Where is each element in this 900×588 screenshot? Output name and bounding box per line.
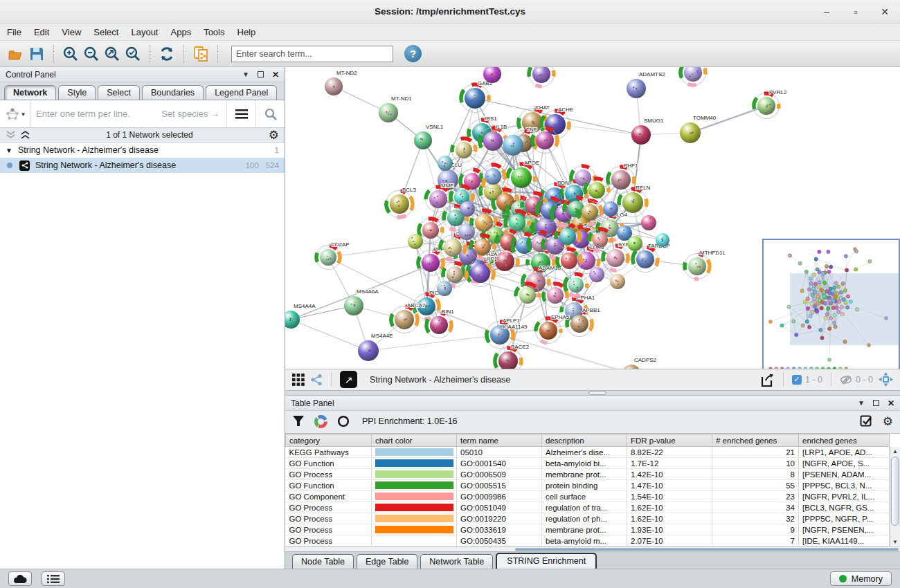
table-row[interactable]: GO ProcessGO:0050435beta-amyloid m...2.0… xyxy=(286,535,890,546)
network-node[interactable] xyxy=(603,201,618,217)
gear-icon[interactable]: ⚙ xyxy=(269,129,279,141)
network-node-mt-nd2[interactable]: MT-ND2 xyxy=(325,70,357,95)
network-node[interactable] xyxy=(438,156,453,171)
network-view[interactable]: MT-ND2MT-ND1VSNL1GAB2IRS1CHATACHETNFIL1B… xyxy=(285,67,900,369)
column-header-chart-color[interactable]: chart color xyxy=(372,434,457,447)
tab-style[interactable]: Style xyxy=(58,85,96,100)
cloud-tasks-button[interactable] xyxy=(8,571,32,586)
table-row[interactable]: GO FunctionGO:0001540beta-amyloid bi...1… xyxy=(286,458,890,469)
string-term-input[interactable] xyxy=(30,100,226,127)
ring-chart-icon[interactable] xyxy=(337,415,350,428)
menu-item-apps[interactable]: Apps xyxy=(171,27,192,37)
tab-string-enrichment[interactable]: STRING Enrichment xyxy=(496,553,597,569)
network-node[interactable] xyxy=(532,128,558,154)
network-node[interactable] xyxy=(460,201,475,217)
table-row[interactable]: GO ProcessGO:0019220regulation of ph...1… xyxy=(286,513,890,524)
refresh-button[interactable] xyxy=(156,44,177,64)
network-node-adamts2[interactable]: ADAMTS2 xyxy=(627,71,665,98)
column-header-category[interactable]: category xyxy=(286,434,372,447)
help-icon[interactable]: ? xyxy=(404,45,422,62)
vertical-scrollbar[interactable]: ▲ ▼ xyxy=(890,447,900,546)
network-node[interactable] xyxy=(641,215,656,230)
network-node[interactable] xyxy=(610,274,625,289)
network-node-syp[interactable]: SYP xyxy=(603,241,630,271)
network-collection-row[interactable]: ▼ String Network - Alzheimer's disease 1 xyxy=(0,143,285,158)
network-node[interactable] xyxy=(408,234,423,249)
export-network-icon[interactable] xyxy=(759,372,775,387)
tab-network[interactable]: Network xyxy=(4,85,56,100)
share-network-icon[interactable] xyxy=(310,374,323,386)
minimize-button[interactable]: – xyxy=(821,6,832,17)
column-header-FDR-p-value[interactable]: FDR p-value xyxy=(627,434,712,447)
maximize-button[interactable]: ▫ xyxy=(850,6,861,17)
menu-item-layout[interactable]: Layout xyxy=(131,27,158,37)
open-file-button[interactable] xyxy=(6,44,26,64)
network-node-mt-nd1[interactable]: MT-ND1 xyxy=(379,95,412,122)
panel-close-icon[interactable]: ✕ xyxy=(272,70,279,80)
horizontal-splitter[interactable] xyxy=(285,390,900,396)
panel-float-icon[interactable] xyxy=(873,400,879,406)
network-node[interactable] xyxy=(452,138,476,163)
network-node-bace2[interactable]: BACE2 xyxy=(495,344,530,369)
scroll-up-icon[interactable]: ▲ xyxy=(892,448,898,454)
table-row[interactable]: GO ProcessGO:0006509membrane prot...1.42… xyxy=(286,469,890,480)
table-row[interactable]: GO FunctionGO:0005515protein binding1.47… xyxy=(286,480,890,491)
network-node[interactable] xyxy=(589,267,604,282)
scroll-down-icon[interactable]: ▼ xyxy=(892,539,898,545)
task-history-button[interactable] xyxy=(42,571,65,586)
menu-item-file[interactable]: File xyxy=(7,27,21,37)
network-node[interactable] xyxy=(458,223,475,240)
select-terms-icon[interactable] xyxy=(860,415,873,428)
zoom-selected-button[interactable] xyxy=(123,44,143,64)
string-search-button[interactable] xyxy=(255,100,285,127)
birdseye-toggle-icon[interactable] xyxy=(292,374,305,386)
network-node-gab2[interactable]: GAB2 xyxy=(461,80,493,113)
panel-menu-caret-icon[interactable]: ▼ xyxy=(242,71,249,78)
network-node[interactable] xyxy=(529,67,555,87)
panel-float-icon[interactable] xyxy=(258,71,264,77)
memory-button[interactable]: Memory xyxy=(830,571,892,586)
string-protein-query-dropdown[interactable]: ▾ xyxy=(0,100,30,127)
column-header-enriched-genes[interactable]: enriched genes xyxy=(799,434,890,447)
table-row[interactable]: GO ComponentGO:0009986cell surface1.54E-… xyxy=(286,491,890,502)
column-header--enriched-genes[interactable]: # enriched genes xyxy=(712,434,799,447)
open-in-string-button[interactable]: ↗ xyxy=(340,371,357,388)
pan-compass-icon[interactable] xyxy=(879,372,893,387)
clone-network-button[interactable] xyxy=(190,44,211,64)
network-node[interactable] xyxy=(681,67,706,86)
network-node-vsnl1[interactable]: VSNL1 xyxy=(414,124,444,149)
zoom-out-button[interactable] xyxy=(81,44,102,64)
tab-select[interactable]: Select xyxy=(98,85,140,100)
collapse-all-icon[interactable] xyxy=(6,130,16,140)
network-node-tomm40[interactable]: TOMM40 xyxy=(680,115,717,143)
menu-item-help[interactable]: Help xyxy=(237,27,256,37)
panel-close-icon[interactable]: ✕ xyxy=(888,398,894,408)
enrichment-chart-icon[interactable] xyxy=(314,415,327,428)
network-node-mthfd1l[interactable]: MTHFD1L xyxy=(685,250,726,279)
network-node[interactable] xyxy=(437,281,452,296)
column-header-term-name[interactable]: term name xyxy=(457,434,542,447)
search-input[interactable] xyxy=(231,46,393,62)
network-node-bcl3[interactable]: BCL3 xyxy=(386,187,417,218)
menu-item-tools[interactable]: Tools xyxy=(204,27,224,37)
save-session-button[interactable] xyxy=(26,44,47,64)
network-node[interactable] xyxy=(585,178,609,203)
table-row[interactable]: GO ProcessGO:0033619membrane prot...1.93… xyxy=(286,524,890,535)
network-node-smug1[interactable]: SMUG1 xyxy=(631,118,664,145)
tab-boundaries[interactable]: Boundaries xyxy=(142,85,204,100)
network-node[interactable] xyxy=(627,236,642,251)
expand-all-icon[interactable] xyxy=(20,130,30,140)
birds-eye-view[interactable] xyxy=(762,239,900,369)
horizontal-scrollbar[interactable] xyxy=(285,546,900,551)
network-node[interactable] xyxy=(656,233,669,247)
tab-node-table[interactable]: Node Table xyxy=(292,554,354,569)
settings-gear-icon[interactable]: ⚙ xyxy=(883,416,893,428)
menu-item-edit[interactable]: Edit xyxy=(34,27,49,37)
zoom-fit-button[interactable] xyxy=(102,44,123,64)
string-options-button[interactable] xyxy=(226,100,255,127)
column-header-description[interactable]: description xyxy=(542,434,627,447)
scrollbar-thumb[interactable] xyxy=(891,457,899,526)
splitter-handle[interactable] xyxy=(588,391,606,395)
network-node-pvrl2[interactable]: PVRL2 xyxy=(754,89,787,119)
tab-network-table[interactable]: Network Table xyxy=(420,554,493,569)
